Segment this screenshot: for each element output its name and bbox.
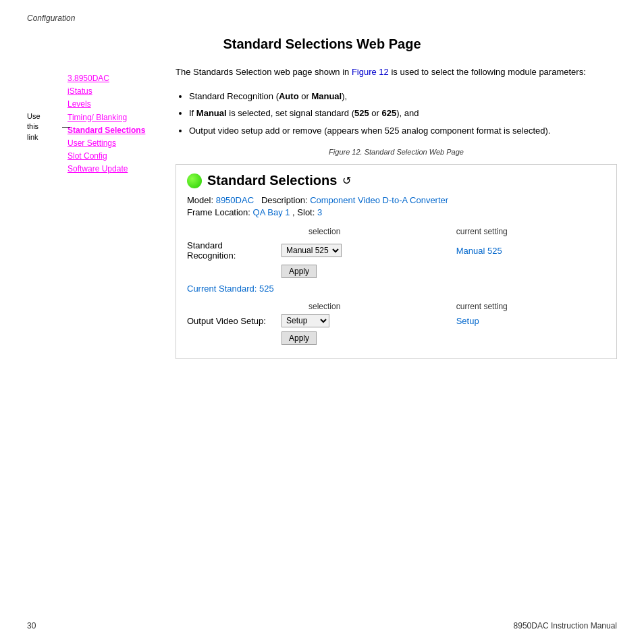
apply-row-2: Apply: [187, 327, 606, 345]
apply-cell-1: Apply: [275, 261, 443, 278]
bullet-item-3: Output video setup add or remove (appear…: [189, 124, 617, 138]
refresh-icon[interactable]: ↺: [342, 174, 351, 187]
desc-value[interactable]: Component Video D-to-A Converter: [310, 195, 448, 205]
slot-label: , Slot:: [292, 207, 315, 217]
web-page-title-row: Standard Selections ↺: [187, 173, 606, 188]
col-label-header: [187, 227, 275, 240]
apply-spacer-1: [187, 261, 275, 278]
current-standard-empty: [443, 278, 606, 296]
footer-page-number: 30: [27, 621, 36, 630]
config-label: Configuration: [27, 14, 617, 23]
main-content: The Standards Selection web page shown i…: [176, 65, 617, 359]
current-standard-label: Current Standard:: [187, 284, 257, 294]
footer-manual-title: 8950DAC Instruction Manual: [514, 621, 617, 630]
sidebar-item-timing-blanking[interactable]: Timing/ Blanking: [68, 111, 162, 124]
figure12-link[interactable]: Figure 12: [352, 67, 389, 77]
standard-recognition-selection: Manual 525 Auto Manual 625: [275, 240, 443, 261]
sidebar: Usethislink 3.8950DAC iStatus Levels Tim…: [27, 65, 162, 359]
bullet-item-1: Standard Recognition (Auto or Manual),: [189, 90, 617, 103]
model-line: Model: 8950DAC Description: Component Vi…: [187, 195, 606, 205]
output-col-current: current setting: [443, 296, 606, 314]
output-video-current: Setup: [443, 314, 606, 327]
page-title: Standard Selections Web Page: [27, 36, 617, 52]
sidebar-item-8950dac[interactable]: 3.8950DAC: [68, 72, 162, 85]
output-video-label: Output Video Setup:: [187, 314, 275, 327]
table-header-row: selection current setting: [187, 227, 606, 240]
current-standard-value: 525: [259, 284, 274, 294]
web-page-box: Standard Selections ↺ Model: 8950DAC Des…: [176, 164, 617, 359]
sidebar-nav: 3.8950DAC iStatus Levels Timing/ Blankin…: [68, 72, 162, 176]
figure-caption: Figure 12. Standard Selection Web Page: [176, 148, 617, 156]
output-header-empty: [187, 296, 275, 314]
web-page-title: Standard Selections: [207, 173, 337, 188]
sidebar-item-software-update[interactable]: Software Update: [68, 163, 162, 176]
standard-recognition-row: StandardRecognition: Manual 525 Auto Man…: [187, 240, 606, 261]
output-video-selection: Setup Remove: [275, 314, 443, 327]
current-standard-cell: Current Standard: 525: [187, 278, 443, 296]
intro-paragraph: The Standards Selection web page shown i…: [176, 65, 617, 79]
sidebar-item-user-settings[interactable]: User Settings: [68, 137, 162, 150]
bullet-item-2: If Manual is selected, set signal standa…: [189, 107, 617, 120]
sidebar-item-slot-config[interactable]: Slot Config: [68, 150, 162, 163]
frame-label: Frame Location:: [187, 207, 250, 217]
status-green-circle: [187, 173, 202, 188]
apply-cell-2: Apply: [275, 327, 443, 345]
page-footer: 30 8950DAC Instruction Manual: [27, 621, 617, 630]
output-video-select[interactable]: Setup Remove: [281, 314, 329, 327]
output-video-row: Output Video Setup: Setup Remove Setup: [187, 314, 606, 327]
output-header-row: selection current setting: [187, 296, 606, 314]
col-selection-header: selection: [275, 227, 443, 240]
slot-value[interactable]: 3: [317, 207, 322, 217]
frame-line: Frame Location: QA Bay 1 , Slot: 3: [187, 207, 606, 217]
frame-value[interactable]: QA Bay 1: [253, 207, 290, 217]
current-standard-row: Current Standard: 525: [187, 278, 606, 296]
desc-label: Description:: [261, 195, 308, 205]
sidebar-item-standard-selections[interactable]: Standard Selections: [68, 124, 162, 137]
apply-spacer-2: [187, 327, 275, 345]
bullet-list: Standard Recognition (Auto or Manual), I…: [176, 90, 617, 138]
sidebar-item-levels[interactable]: Levels: [68, 98, 162, 111]
apply-button-1[interactable]: Apply: [281, 265, 317, 278]
model-value[interactable]: 8950DAC: [216, 195, 254, 205]
apply-row-1: Apply: [187, 261, 606, 278]
standard-recognition-label: StandardRecognition:: [187, 240, 275, 261]
arrow-indicator: [62, 122, 70, 132]
model-label: Model:: [187, 195, 213, 205]
standard-recognition-select[interactable]: Manual 525 Auto Manual 625: [281, 244, 342, 257]
apply-current-2: [443, 327, 606, 345]
sidebar-item-istatus[interactable]: iStatus: [68, 85, 162, 98]
col-current-header: current setting: [443, 227, 606, 240]
apply-current-1: [443, 261, 606, 278]
standard-recognition-current: Manual 525: [443, 240, 606, 261]
output-col-selection: selection: [275, 296, 443, 314]
apply-button-2[interactable]: Apply: [281, 331, 317, 345]
settings-table: selection current setting StandardRecogn…: [187, 227, 606, 345]
use-this-link-label: Usethislink: [27, 111, 41, 142]
